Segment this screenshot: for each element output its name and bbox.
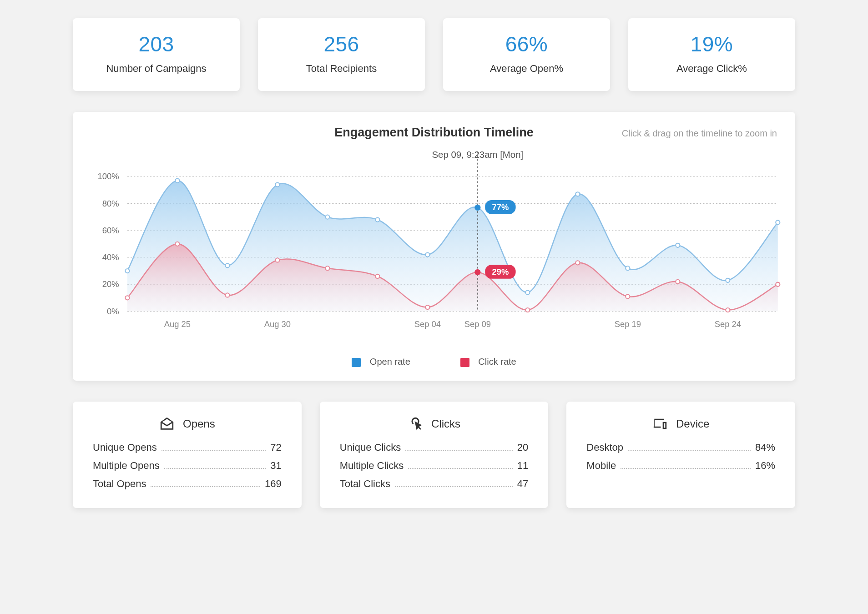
svg-point-23 (676, 243, 680, 247)
stat-desktop: Desktop84% (586, 442, 775, 453)
svg-point-36 (626, 294, 630, 298)
svg-point-38 (726, 308, 730, 312)
svg-point-37 (676, 280, 680, 284)
svg-text:20%: 20% (102, 279, 119, 289)
svg-point-17 (375, 217, 379, 221)
svg-point-22 (626, 266, 630, 270)
chart-plot-area[interactable]: 0%20%40%60%80%100%Aug 25Aug 30Sep 04Sep … (86, 149, 782, 344)
cursor-click-icon (408, 416, 423, 432)
clicks-header: Clicks (340, 416, 529, 432)
svg-point-25 (776, 220, 780, 224)
kpi-label: Number of Campaigns (77, 63, 235, 75)
svg-text:0%: 0% (107, 307, 119, 316)
kpi-open-rate: 66% Average Open% (443, 18, 610, 91)
svg-point-18 (425, 252, 429, 257)
svg-point-30 (325, 266, 329, 270)
stat-mobile: Mobile16% (586, 460, 775, 472)
kpi-campaigns: 203 Number of Campaigns (73, 18, 240, 91)
svg-text:Aug 30: Aug 30 (264, 319, 291, 329)
legend-click[interactable]: Click rate (460, 357, 516, 367)
svg-text:60%: 60% (102, 226, 119, 235)
svg-text:80%: 80% (102, 199, 119, 208)
svg-point-24 (726, 278, 730, 282)
svg-point-26 (125, 296, 129, 300)
svg-point-12 (125, 269, 129, 273)
svg-point-31 (375, 274, 379, 278)
opens-card: Opens Unique Opens72 Multiple Opens31 To… (73, 402, 302, 508)
kpi-label: Average Open% (448, 63, 606, 75)
envelope-open-icon (159, 416, 175, 432)
svg-point-34 (525, 308, 530, 312)
legend-open[interactable]: Open rate (352, 357, 410, 367)
svg-text:29%: 29% (492, 267, 509, 277)
svg-text:77%: 77% (492, 202, 509, 212)
devices-icon (652, 416, 668, 432)
engagement-chart-card: Engagement Distribution Timeline Click &… (73, 112, 795, 381)
kpi-label: Total Recipients (262, 63, 420, 75)
kpi-value: 66% (448, 32, 606, 56)
svg-point-15 (275, 182, 279, 186)
svg-point-35 (575, 261, 580, 265)
svg-point-39 (776, 282, 780, 287)
svg-text:Sep 09: Sep 09 (464, 319, 491, 329)
svg-point-20 (525, 290, 530, 294)
legend-open-label: Open rate (370, 357, 410, 367)
clicks-title: Clicks (431, 418, 460, 430)
click-rate-swatch (460, 358, 469, 367)
svg-point-14 (225, 263, 229, 267)
svg-text:Sep 19: Sep 19 (615, 319, 641, 329)
chart-legend: Open rate Click rate (86, 357, 782, 367)
svg-point-16 (325, 215, 329, 219)
chart-zoom-hint: Click & drag on the timeline to zoom in (622, 128, 777, 139)
stat-unique-clicks: Unique Clicks20 (340, 442, 529, 453)
svg-text:Sep 24: Sep 24 (715, 319, 741, 329)
svg-text:100%: 100% (98, 171, 119, 181)
clicks-card: Clicks Unique Clicks20 Multiple Clicks11… (320, 402, 549, 508)
svg-text:Sep 09, 9:23am [Mon]: Sep 09, 9:23am [Mon] (432, 150, 523, 160)
svg-point-32 (425, 305, 429, 309)
device-card: Device Desktop84% Mobile16% (566, 402, 795, 508)
svg-text:Sep 04: Sep 04 (414, 319, 441, 329)
svg-point-28 (225, 293, 229, 297)
stat-unique-opens: Unique Opens72 (93, 442, 282, 453)
kpi-label: Average Click% (633, 63, 791, 75)
kpi-click-rate: 19% Average Click% (628, 18, 795, 91)
opens-header: Opens (93, 416, 282, 432)
stat-multiple-opens: Multiple Opens31 (93, 460, 282, 472)
svg-point-13 (175, 179, 179, 183)
stats-row: Opens Unique Opens72 Multiple Opens31 To… (73, 402, 795, 508)
kpi-row: 203 Number of Campaigns 256 Total Recipi… (73, 18, 795, 91)
stat-total-opens: Total Opens169 (93, 478, 282, 490)
svg-text:40%: 40% (102, 252, 119, 262)
stat-total-clicks: Total Clicks47 (340, 478, 529, 490)
kpi-recipients: 256 Total Recipients (258, 18, 425, 91)
engagement-timeline-chart[interactable]: 0%20%40%60%80%100%Aug 25Aug 30Sep 04Sep … (86, 149, 782, 344)
svg-point-29 (275, 258, 279, 262)
svg-text:Aug 25: Aug 25 (164, 319, 191, 329)
kpi-value: 203 (77, 32, 235, 56)
open-rate-swatch (352, 358, 361, 367)
svg-point-49 (475, 205, 480, 210)
svg-point-50 (475, 269, 480, 275)
kpi-value: 256 (262, 32, 420, 56)
stat-multiple-clicks: Multiple Clicks11 (340, 460, 529, 472)
kpi-value: 19% (633, 32, 791, 56)
opens-title: Opens (183, 418, 215, 430)
svg-point-21 (575, 192, 580, 196)
device-title: Device (676, 418, 709, 430)
device-header: Device (586, 416, 775, 432)
legend-click-label: Click rate (478, 357, 516, 367)
svg-point-27 (175, 242, 179, 246)
